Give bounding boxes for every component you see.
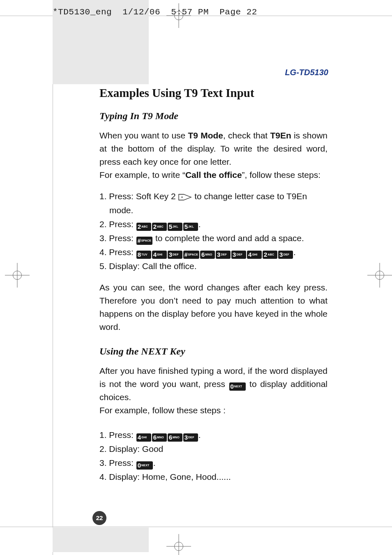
text: 2. Press: <box>99 219 136 229</box>
subheading-typing-t9: Typing In T9 Mode <box>99 111 327 122</box>
print-slug: *TD5130_eng 1/12/06 5:57 PM Page 22 <box>53 7 257 17</box>
text: 1. Press: Soft Key 2 <box>99 191 178 201</box>
text-bold: Call the office <box>185 170 242 180</box>
text: . <box>293 247 296 257</box>
step-2: 2. Press: 2ABC2ABC5JKL5JKL. <box>99 218 327 231</box>
subheading-next-key: Using the NEXT Key <box>99 346 327 357</box>
key-8tuv: 8TUV <box>136 251 151 259</box>
step-5: 5. Display: Call the office. <box>99 260 327 273</box>
model-number: LG-TD5130 <box>285 68 328 77</box>
hairline-bottom <box>0 527 392 527</box>
text-bold: T9En <box>270 131 291 140</box>
key-3def: 3DEF <box>168 251 182 259</box>
text: . <box>198 430 201 440</box>
page-number-badge: 22 <box>92 511 106 525</box>
key-4ghi: 4GHI <box>152 251 167 259</box>
key-0next: 0NEXT <box>229 382 246 391</box>
text: . <box>198 219 201 229</box>
key-2abc: 2ABC <box>152 223 167 231</box>
slug-date: 1/12/06 <box>122 7 160 17</box>
text-bold: T9 Mode <box>188 131 223 140</box>
registration-mark-top <box>166 3 191 28</box>
key-2abc: 2ABC <box>136 223 151 231</box>
page: *TD5130_eng 1/12/06 5:57 PM Page 22 LG-T… <box>0 0 392 555</box>
body-content: Examples Using T9 Text Input Typing In T… <box>99 86 327 492</box>
para-word-changes: As you can see, the word changes after e… <box>99 281 327 334</box>
para-t9mode-intro: When you want to use T9 Mode, check that… <box>99 129 327 168</box>
para-example-intro: For example, to write “Call the office”,… <box>99 168 327 182</box>
next-step-1: 1. Press: 4GHI6MNO6MNO3DEF. <box>99 428 327 442</box>
text: to change letter case to T9En <box>192 191 307 201</box>
text: , check that <box>223 131 270 140</box>
text: . <box>153 458 156 467</box>
para-next-intro: After you have finished typing a word, i… <box>99 364 327 404</box>
key-hash-space: #SPACE <box>136 237 152 245</box>
step-1: 1. Press: Soft Key 2 to change letter ca… <box>99 190 327 203</box>
para-next-example: For example, follow these steps : <box>99 404 327 417</box>
key-5jkl: 5JKL <box>168 223 182 231</box>
heading-examples: Examples Using T9 Text Input <box>99 86 327 100</box>
step-4: 4. Press: 8TUV4GHI3DEF#SPACE6MNO3DEF3DEF… <box>99 246 327 259</box>
key-4ghi: 4GHI <box>247 251 262 259</box>
key-3def: 3DEF <box>231 251 246 259</box>
key-3def: 3DEF <box>216 251 231 259</box>
step-1-cont: mode. <box>99 204 327 217</box>
text: When you want to use <box>99 131 188 140</box>
text: 3. Press: <box>99 458 136 467</box>
key-6mno: 6MNO <box>152 433 167 442</box>
next-step-3: 3. Press: 0NEXT. <box>99 456 327 470</box>
key-0next: 0NEXT <box>136 461 153 470</box>
text: For example, to write “ <box>99 170 185 180</box>
key-3def: 3DEF <box>278 251 293 259</box>
key-3def: 3DEF <box>183 433 198 442</box>
key-hash-space: #SPACE <box>183 251 199 259</box>
text: 4. Press: <box>99 247 136 257</box>
registration-mark-bottom <box>166 534 191 555</box>
slug-page: Page 22 <box>219 7 257 17</box>
key-5jkl: 5JKL <box>183 223 198 231</box>
step-3: 3. Press: #SPACE to complete the word an… <box>99 232 327 245</box>
next-step-4: 4. Display: Home, Gone, Hood...... <box>99 470 327 484</box>
svg-point-0 <box>182 197 183 198</box>
text: to complete the word and add a space. <box>153 233 304 243</box>
key-6mno: 6MNO <box>168 433 182 442</box>
slug-file: *TD5130_eng <box>53 7 112 17</box>
registration-mark-left <box>5 263 30 288</box>
key-6mno: 6MNO <box>200 251 215 259</box>
key-4ghi: 4GHI <box>136 433 151 442</box>
text: 3. Press: <box>99 233 136 243</box>
softkey-2-icon <box>178 191 192 199</box>
text: 1. Press: <box>99 430 136 440</box>
text: ”, follow these steps: <box>242 170 321 180</box>
key-2abc: 2ABC <box>263 251 277 259</box>
next-step-2: 2. Display: Good <box>99 442 327 456</box>
registration-mark-right <box>367 263 392 288</box>
grey-tab-bottom <box>53 527 149 552</box>
